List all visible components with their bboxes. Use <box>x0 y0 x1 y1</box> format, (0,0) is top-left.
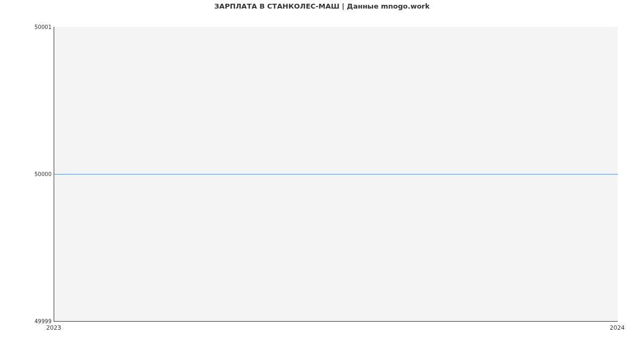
series-line-salary <box>54 174 618 174</box>
y-tick-label: 50001 <box>3 24 52 30</box>
plot-area <box>54 27 618 322</box>
y-tick-label: 49999 <box>3 318 52 324</box>
x-tick-label: 2024 <box>601 324 633 331</box>
y-tick-label: 50000 <box>3 171 52 177</box>
chart-title: ЗАРПЛАТА В СТАНКОЛЕС-МАШ | Данные mnogo.… <box>0 2 644 10</box>
x-tick-label: 2023 <box>38 324 70 331</box>
chart-container: ЗАРПЛАТА В СТАНКОЛЕС-МАШ | Данные mnogo.… <box>0 0 644 349</box>
